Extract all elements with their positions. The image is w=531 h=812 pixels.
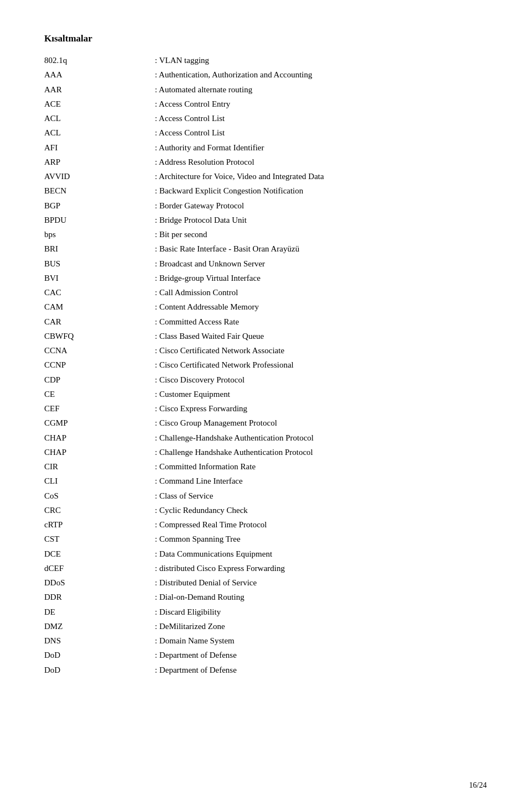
list-item: CAR: Committed Access Rate — [44, 316, 487, 328]
abbreviation-definition: : Compressed Real Time Protocol — [155, 518, 487, 531]
list-item: CE: Customer Equipment — [44, 388, 487, 401]
abbreviation-definition: : Discard Eligibility — [155, 606, 487, 619]
abbreviation-list: 802.1q: VLAN taggingAAA: Authentication,… — [44, 54, 487, 677]
abbreviation-definition: : Challenge-Handshake Authentication Pro… — [155, 432, 487, 444]
list-item: CGMP: Cisco Group Management Protocol — [44, 417, 487, 429]
abbreviation-term: CRC — [44, 504, 155, 517]
list-item: CAC: Call Admission Control — [44, 286, 487, 299]
list-item: CEF: Cisco Express Forwarding — [44, 402, 487, 415]
list-item: CAM: Content Addressable Memory — [44, 301, 487, 313]
abbreviation-definition: : Customer Equipment — [155, 388, 487, 401]
abbreviation-definition: : Authority and Format Identifier — [155, 142, 487, 154]
abbreviation-term: DMZ — [44, 620, 155, 633]
abbreviation-definition: : Bridge-group Virtual Interface — [155, 272, 487, 285]
abbreviation-definition: : Class Based Waited Fair Queue — [155, 330, 487, 343]
abbreviation-term: BGP — [44, 200, 155, 212]
abbreviation-definition: : Command Line Interface — [155, 475, 487, 488]
abbreviation-definition: : Distributed Denial of Service — [155, 577, 487, 589]
abbreviation-term: CHAP — [44, 446, 155, 459]
abbreviation-definition: : Class of Service — [155, 490, 487, 502]
abbreviation-term: AFI — [44, 142, 155, 154]
list-item: DCE: Data Communications Equipment — [44, 548, 487, 560]
abbreviation-term: 802.1q — [44, 54, 155, 67]
list-item: bps: Bit per second — [44, 228, 487, 241]
abbreviation-definition: : Cisco Group Management Protocol — [155, 417, 487, 429]
abbreviation-definition: : Committed Access Rate — [155, 316, 487, 328]
abbreviation-term: DDoS — [44, 577, 155, 589]
abbreviation-definition: : Department of Defense — [155, 664, 487, 677]
page-number: 16/24 — [469, 781, 487, 790]
abbreviation-definition: : Department of Defense — [155, 649, 487, 662]
abbreviation-term: CE — [44, 388, 155, 401]
list-item: cRTP: Compressed Real Time Protocol — [44, 518, 487, 531]
abbreviation-definition: : Data Communications Equipment — [155, 548, 487, 560]
page-container: Kısaltmalar 802.1q: VLAN taggingAAA: Aut… — [0, 0, 531, 812]
abbreviation-term: DoD — [44, 664, 155, 677]
abbreviation-term: BVI — [44, 272, 155, 285]
abbreviation-term: BUS — [44, 258, 155, 270]
list-item: CST: Common Spanning Tree — [44, 533, 487, 546]
abbreviation-term: DCE — [44, 548, 155, 560]
list-item: BECN: Backward Explicit Congestion Notif… — [44, 185, 487, 197]
list-item: DNS: Domain Name System — [44, 635, 487, 647]
abbreviation-definition: : Cisco Certificated Network Associate — [155, 344, 487, 357]
abbreviation-term: DNS — [44, 635, 155, 647]
abbreviation-definition: : VLAN tagging — [155, 54, 487, 67]
abbreviation-term: CAM — [44, 301, 155, 313]
abbreviation-definition: : Bridge Protocol Data Unit — [155, 214, 487, 227]
list-item: CoS: Class of Service — [44, 490, 487, 502]
abbreviation-definition: : Domain Name System — [155, 635, 487, 647]
list-item: dCEF: distributed Cisco Express Forwardi… — [44, 562, 487, 575]
abbreviation-term: CIR — [44, 460, 155, 473]
abbreviation-definition: : DeMilitarized Zone — [155, 620, 487, 633]
list-item: BUS: Broadcast and Unknown Server — [44, 258, 487, 270]
abbreviation-definition: : Cisco Certificated Network Professiona… — [155, 359, 487, 371]
abbreviation-term: ACL — [44, 127, 155, 139]
abbreviation-term: cRTP — [44, 518, 155, 531]
list-item: ACL: Access Control List — [44, 127, 487, 139]
abbreviation-definition: : Cyclic Redundancy Check — [155, 504, 487, 517]
abbreviation-term: dCEF — [44, 562, 155, 575]
list-item: DDoS: Distributed Denial of Service — [44, 577, 487, 589]
list-item: ARP: Address Resolution Protocol — [44, 156, 487, 169]
list-item: CBWFQ: Class Based Waited Fair Queue — [44, 330, 487, 343]
abbreviation-term: AAA — [44, 69, 155, 81]
list-item: 802.1q: VLAN tagging — [44, 54, 487, 67]
list-item: AVVID: Architecture for Voice, Video and… — [44, 170, 487, 183]
abbreviation-term: ACL — [44, 112, 155, 125]
abbreviation-term: DoD — [44, 649, 155, 662]
abbreviation-term: CoS — [44, 490, 155, 502]
list-item: CCNP: Cisco Certificated Network Profess… — [44, 359, 487, 371]
abbreviation-term: DE — [44, 606, 155, 619]
abbreviation-definition: : Dial-on-Demand Routing — [155, 591, 487, 604]
abbreviation-definition: : Common Spanning Tree — [155, 533, 487, 546]
list-item: BPDU: Bridge Protocol Data Unit — [44, 214, 487, 227]
list-item: CHAP: Challenge Handshake Authentication… — [44, 446, 487, 459]
abbreviation-definition: : Bit per second — [155, 228, 487, 241]
abbreviation-term: AAR — [44, 83, 155, 96]
list-item: CCNA: Cisco Certificated Network Associa… — [44, 344, 487, 357]
abbreviation-term: CBWFQ — [44, 330, 155, 343]
abbreviation-term: CGMP — [44, 417, 155, 429]
abbreviation-term: CHAP — [44, 432, 155, 444]
abbreviation-term: CAC — [44, 286, 155, 299]
abbreviation-definition: : Backward Explicit Congestion Notificat… — [155, 185, 487, 197]
abbreviation-term: CAR — [44, 316, 155, 328]
abbreviation-term: CST — [44, 533, 155, 546]
abbreviation-definition: : Challenge Handshake Authentication Pro… — [155, 446, 487, 459]
abbreviation-definition: : distributed Cisco Express Forwarding — [155, 562, 487, 575]
list-item: CIR: Committed Information Rate — [44, 460, 487, 473]
abbreviation-term: ARP — [44, 156, 155, 169]
abbreviation-definition: : Committed Information Rate — [155, 460, 487, 473]
abbreviation-definition: : Cisco Express Forwarding — [155, 402, 487, 415]
abbreviation-definition: : Broadcast and Unknown Server — [155, 258, 487, 270]
list-item: AAA: Authentication, Authorization and A… — [44, 69, 487, 81]
abbreviation-definition: : Basic Rate Interface - Basit Oran Aray… — [155, 243, 487, 255]
list-item: AFI: Authority and Format Identifier — [44, 142, 487, 154]
abbreviation-definition: : Border Gateway Protocol — [155, 200, 487, 212]
abbreviation-definition: : Cisco Discovery Protocol — [155, 374, 487, 386]
abbreviation-definition: : Access Control List — [155, 112, 487, 125]
abbreviation-term: CCNA — [44, 344, 155, 357]
list-item: BRI: Basic Rate Interface - Basit Oran A… — [44, 243, 487, 255]
abbreviation-term: CEF — [44, 402, 155, 415]
